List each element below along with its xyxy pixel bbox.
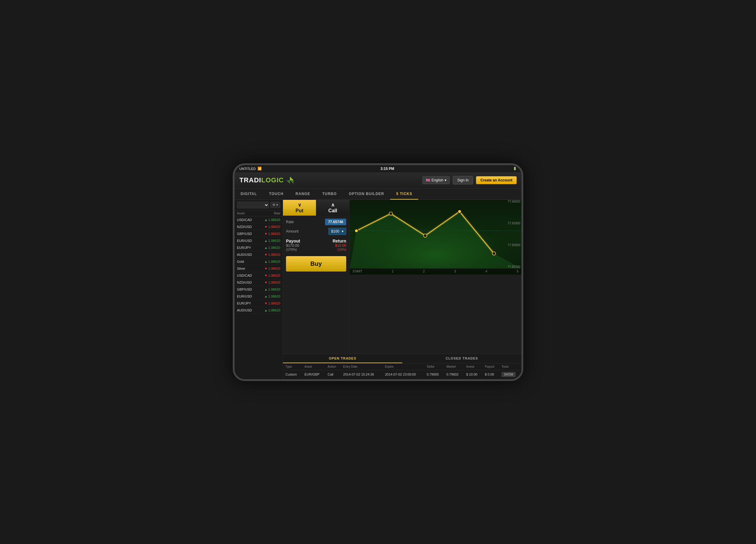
amount-value: $100 xyxy=(331,229,339,234)
buy-button[interactable]: Buy xyxy=(286,256,346,272)
battery-icon: 🔋 xyxy=(513,167,517,170)
tab-turbo[interactable]: TURBO xyxy=(316,189,343,200)
trade-entry-date: 2014-07-02 15:24:36 xyxy=(341,370,383,379)
list-item[interactable]: GBP/USD▲1.08620 xyxy=(235,286,283,293)
x-label-5: 5 xyxy=(517,270,518,273)
language-button[interactable]: 🇬🇧 English ▾ xyxy=(422,176,450,184)
table-row: Custom EUR/GBP Call 2014-07-02 15:24:36 … xyxy=(283,370,521,379)
col-entry-date: Entry Date xyxy=(341,363,383,370)
payout-pct: (170%) xyxy=(286,248,300,251)
language-label: English xyxy=(432,178,443,182)
up-arrow-icon: ▲ xyxy=(264,294,268,298)
trade-action: Call xyxy=(325,370,341,379)
down-arrow-icon: ▼ xyxy=(264,253,268,257)
list-item[interactable]: EUR/JPY▼1.08620 xyxy=(235,300,283,307)
put-button[interactable]: ∨ Put xyxy=(283,200,316,216)
sign-in-button[interactable]: Sign In xyxy=(453,176,473,185)
rate-row: Rate 77.65746 xyxy=(286,219,346,225)
col-asset: Asset xyxy=(302,363,325,370)
down-arrow-icon: ▼ xyxy=(264,273,268,277)
up-arrow-icon: ▲ xyxy=(264,260,268,264)
list-item[interactable]: GBP/USD▼1.08620 xyxy=(235,231,283,238)
settings-button[interactable]: ⚙ ▾ xyxy=(270,202,280,208)
chart-area: 77.66000 77.65900 77.65800 77.65700 xyxy=(350,200,521,274)
svg-marker-1 xyxy=(286,180,290,184)
payout-section: Payout $170.00 (170%) Return $10.00 (10%… xyxy=(286,238,346,253)
up-arrow-icon: ▲ xyxy=(264,287,268,291)
down-arrow-icon: ▼ xyxy=(264,267,268,271)
asset-name: GBP/USD xyxy=(237,232,264,236)
tab-option-builder[interactable]: OPTION BUILDER xyxy=(343,189,390,200)
trade-asset: EUR/GBP xyxy=(302,370,325,379)
up-arrow-icon: ▲ xyxy=(264,218,268,222)
trading-panel: ∨ Put ∧ Call Rate 77.65746 xyxy=(283,200,350,354)
list-item[interactable]: EUR/USD▲1.08620 xyxy=(235,293,283,300)
tab-touch[interactable]: TOUCH xyxy=(263,189,289,200)
trades-header-row: Type Asset Action Entry Date Expire Stri… xyxy=(283,363,521,370)
list-item[interactable]: NZD/USD▼1.08620 xyxy=(235,279,283,286)
payout-label: Payout xyxy=(286,239,300,244)
status-bar: UNTITLED 📶 3:15 PM 🔋 xyxy=(235,165,521,172)
up-arrow-icon: ▲ xyxy=(264,308,268,312)
chart-svg xyxy=(350,200,521,269)
app-content: TRADILOGIC 🇬🇧 English ▾ Sign In Create a… xyxy=(235,172,521,379)
list-item[interactable]: Gold▲1.08620 xyxy=(235,258,283,265)
list-item[interactable]: USD/CAD▲1.08620 xyxy=(235,217,283,224)
trade-expire: 2014-07-02 23:00:00 xyxy=(383,370,424,379)
down-arrow-icon: ▼ xyxy=(264,225,268,229)
trades-body: Custom EUR/GBP Call 2014-07-02 15:24:36 … xyxy=(283,370,521,379)
trade-type: Custom xyxy=(283,370,302,379)
list-item[interactable]: AUD/USD▼1.08620 xyxy=(235,251,283,258)
return-label: Return xyxy=(333,239,346,244)
list-item[interactable]: NZD/USD▼1.08620 xyxy=(235,224,283,231)
call-label: Call xyxy=(328,208,337,214)
create-account-button[interactable]: Create an Account xyxy=(476,176,517,184)
x-label-3: 3 xyxy=(454,270,456,273)
tab-closed-trades[interactable]: CLOSED TRADES xyxy=(402,354,521,363)
asset-name: EUR/JPY xyxy=(237,301,264,305)
down-arrow-icon: ▼ xyxy=(264,232,268,236)
tab-5-ticks[interactable]: 5 TICKS xyxy=(390,189,418,200)
call-button[interactable]: ∧ Call xyxy=(316,200,349,216)
asset-col-header: Asset xyxy=(237,212,274,215)
list-item[interactable]: EUR/JPY▲1.08620 xyxy=(235,244,283,251)
device-frame: UNTITLED 📶 3:15 PM 🔋 TRADILOGIC 🇬 xyxy=(233,163,523,381)
tab-range[interactable]: RANGE xyxy=(290,189,316,200)
dropdown-arrow-icon: ▾ xyxy=(445,178,446,182)
amount-dropdown[interactable]: $100 ▾ xyxy=(328,228,346,235)
asset-rate: ▲1.08620 xyxy=(264,260,280,264)
chart-x-labels: START 1 2 3 4 5 xyxy=(350,269,521,274)
trade-form: Rate 77.65746 Amount $100 ▾ xyxy=(283,216,349,276)
chart-container: 77.66000 77.65900 77.65800 77.65700 xyxy=(350,200,521,354)
asset-name: AUD/USD xyxy=(237,308,264,312)
amount-label: Amount xyxy=(286,229,298,234)
asset-filter-dropdown[interactable] xyxy=(237,202,269,208)
chart-point-2 xyxy=(423,234,427,237)
up-arrow-icon: ▲ xyxy=(264,239,268,243)
col-expire: Expire xyxy=(383,363,424,370)
wifi-icon: 📶 xyxy=(258,167,262,171)
chart-point-3 xyxy=(458,210,461,213)
status-left: UNTITLED 📶 xyxy=(239,167,262,171)
show-button[interactable]: SHOW xyxy=(501,372,516,377)
list-item[interactable]: USD/CAD▼1.08620 xyxy=(235,272,283,279)
flag-icon: 🇬🇧 xyxy=(426,178,430,182)
logo-text: TRADILOGIC xyxy=(239,176,284,184)
asset-name: EUR/JPY xyxy=(237,246,264,250)
tab-digital[interactable]: DIGITAL xyxy=(235,189,263,200)
asset-name: EUR/USD xyxy=(237,294,264,298)
header: TRADILOGIC 🇬🇧 English ▾ Sign In Create a… xyxy=(235,172,521,189)
asset-name: Gold xyxy=(237,260,264,264)
asset-rate: ▲1.08620 xyxy=(264,239,280,243)
rate-col-header: Rate xyxy=(274,212,280,215)
x-label-4: 4 xyxy=(485,270,487,273)
list-item[interactable]: EUR/USD▲1.08620 xyxy=(235,238,283,244)
tab-open-trades[interactable]: OPEN TRADES xyxy=(283,354,402,363)
asset-name: EUR/USD xyxy=(237,239,264,243)
list-item[interactable]: AUD/USD▲1.08620 xyxy=(235,307,283,314)
down-arrow-icon: ▼ xyxy=(264,301,268,305)
rate-label: Rate xyxy=(286,220,294,224)
device-name: UNTITLED xyxy=(239,167,256,171)
list-item[interactable]: Silver▼1.08620 xyxy=(235,265,283,272)
up-arrow-icon: ▲ xyxy=(264,246,268,250)
